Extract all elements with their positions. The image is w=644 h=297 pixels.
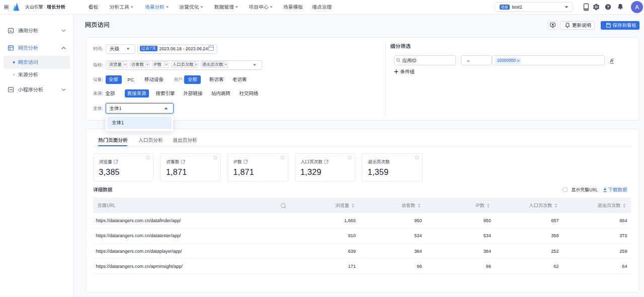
svg-text:?: ? xyxy=(607,5,609,10)
